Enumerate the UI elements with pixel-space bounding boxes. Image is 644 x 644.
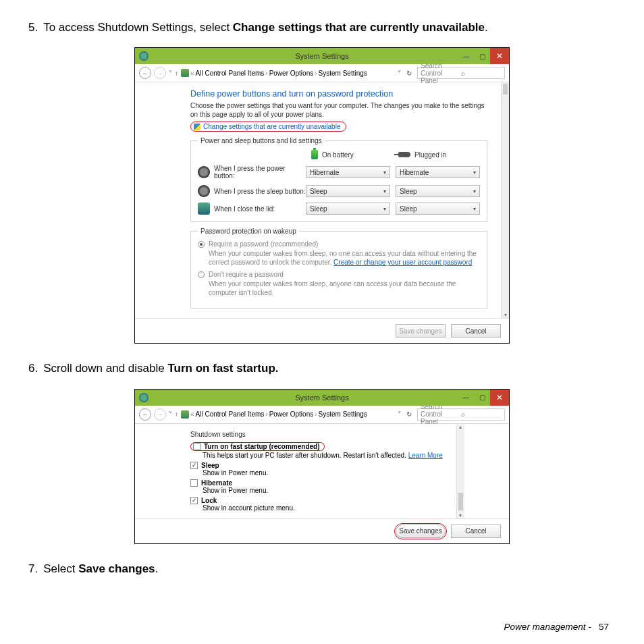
sleep-label: Sleep — [201, 462, 219, 469]
sleep-checkbox[interactable] — [190, 462, 198, 469]
col-plugged-in: Plugged in — [414, 151, 446, 159]
step-6-number: 6. — [28, 360, 38, 377]
sleep-description: Show in Power menu. — [190, 469, 443, 477]
lock-row[interactable]: Lock — [190, 497, 443, 504]
lock-description: Show in account picture menu. — [190, 504, 443, 512]
fast-startup-checkbox[interactable] — [193, 443, 200, 450]
back-button[interactable]: ← — [139, 67, 151, 79]
back-button[interactable]: ← — [139, 408, 151, 421]
sleep-plugged-select[interactable]: Sleep▾ — [396, 185, 480, 197]
minimize-button[interactable]: — — [458, 48, 474, 64]
search-input[interactable]: Search Control Panel ⌕ — [417, 67, 505, 79]
up-button[interactable]: ↑ — [175, 410, 178, 418]
breadcrumb[interactable]: « All Control Panel Items › Power Option… — [181, 69, 394, 77]
cancel-button[interactable]: Cancel — [451, 324, 501, 338]
radio-require-description: When your computer wakes from sleep, no … — [198, 249, 480, 267]
step-5-text-b: . — [485, 21, 488, 34]
search-placeholder: Search Control Panel — [421, 403, 461, 425]
power-buttons-legend: Power and sleep buttons and lid settings — [198, 137, 325, 144]
crumb-system-settings[interactable]: System Settings — [319, 410, 367, 418]
step-7-bold: Save changes — [78, 562, 155, 575]
step-6-bold: Turn on fast startup. — [167, 362, 278, 375]
step-5: 5. To access Shutdown Settings, select C… — [28, 19, 616, 36]
crumb-all-items[interactable]: All Control Panel Items — [196, 410, 265, 418]
scroll-up-icon[interactable]: ▴ — [457, 424, 464, 430]
fast-startup-description: This helps start your PC faster after sh… — [190, 452, 443, 459]
create-change-password-link[interactable]: Create or change your user account passw… — [333, 259, 472, 266]
power-plugged-select[interactable]: Hibernate▾ — [396, 166, 480, 178]
vertical-scrollbar[interactable]: ▴ ▾ — [456, 424, 464, 518]
refresh-button[interactable]: ↻ — [404, 70, 414, 77]
lock-label: Lock — [201, 497, 217, 504]
scroll-thumb[interactable] — [503, 84, 508, 95]
search-input[interactable]: Search Control Panel ⌕ — [417, 408, 505, 421]
window-title: System Settings — [135, 394, 509, 402]
address-caret-icon[interactable]: ˅ — [398, 410, 401, 418]
row-sleep-label: When I press the sleep button: — [214, 188, 306, 195]
forward-button[interactable]: → — [154, 408, 166, 421]
footer-page-number: 57 — [599, 622, 609, 632]
breadcrumb[interactable]: « All Control Panel Items › Power Option… — [181, 410, 394, 419]
sleep-row[interactable]: Sleep — [190, 462, 443, 469]
shutdown-settings-heading: Shutdown settings — [190, 431, 443, 438]
scroll-down-icon[interactable]: ▾ — [502, 312, 509, 318]
crumb-power-options[interactable]: Power Options — [269, 70, 314, 77]
hibernate-description: Show in Power menu. — [190, 487, 443, 494]
radio-require-label: Require a password (recommended) — [209, 240, 318, 248]
fast-startup-row[interactable]: Turn on fast startup (recommended) — [190, 442, 325, 451]
fast-startup-label: Turn on fast startup (recommended) — [204, 443, 320, 450]
col-on-battery: On battery — [322, 151, 354, 159]
close-button[interactable]: ✕ — [490, 48, 509, 64]
system-settings-window-2: System Settings — ▢ ✕ ← → ˅ ↑ « All Cont… — [134, 389, 510, 544]
crumb-all-items[interactable]: All Control Panel Items — [196, 70, 265, 77]
titlebar[interactable]: System Settings — ▢ ✕ — [135, 48, 509, 64]
power-battery-select[interactable]: Hibernate▾ — [306, 166, 390, 178]
caret-down-icon[interactable]: ˅ — [169, 70, 172, 77]
scroll-down-icon[interactable]: ▾ — [457, 512, 464, 518]
forward-button[interactable]: → — [154, 67, 166, 79]
lock-checkbox[interactable] — [190, 497, 198, 504]
sleep-battery-select[interactable]: Sleep▾ — [306, 185, 390, 197]
step-6-text: Scroll down and disable — [43, 362, 167, 375]
save-changes-button[interactable]: Save changes — [396, 525, 446, 538]
hibernate-label: Hibernate — [201, 479, 232, 487]
lid-plugged-select[interactable]: Sleep▾ — [396, 203, 480, 215]
change-settings-label: Change settings that are currently unava… — [203, 123, 340, 130]
caret-down-icon[interactable]: ˅ — [169, 410, 172, 418]
scroll-thumb[interactable] — [458, 493, 463, 510]
page-description: Choose the power settings that you want … — [190, 101, 487, 119]
search-placeholder: Search Control Panel — [421, 62, 461, 84]
control-panel-icon — [181, 410, 189, 419]
radio-require-password[interactable]: Require a password (recommended) — [198, 240, 480, 248]
save-changes-button[interactable]: Save changes — [396, 324, 446, 338]
vertical-scrollbar[interactable]: ▴ ▾ — [501, 82, 509, 318]
maximize-button[interactable]: ▢ — [474, 390, 490, 406]
lid-icon — [198, 203, 210, 215]
address-caret-icon[interactable]: ˅ — [398, 70, 401, 77]
search-icon: ⌕ — [461, 410, 502, 418]
lid-battery-select[interactable]: Sleep▾ — [306, 203, 390, 215]
titlebar[interactable]: System Settings — ▢ ✕ — [135, 390, 509, 406]
address-bar: ← → ˅ ↑ « All Control Panel Items › Powe… — [135, 406, 509, 424]
close-button[interactable]: ✕ — [490, 390, 509, 406]
crumb-power-options[interactable]: Power Options — [269, 410, 314, 418]
step-7: 7. Select Save changes. — [28, 560, 616, 578]
search-icon: ⌕ — [461, 70, 502, 77]
hibernate-checkbox[interactable] — [190, 479, 198, 487]
up-button[interactable]: ↑ — [175, 70, 178, 77]
refresh-button[interactable]: ↻ — [404, 410, 414, 418]
radio-dont-require[interactable]: Don't require a password — [198, 271, 480, 278]
cancel-button[interactable]: Cancel — [451, 525, 501, 538]
battery-icon — [311, 150, 318, 159]
step-5-bold: Change settings that are currently unava… — [233, 21, 485, 34]
radio-icon — [198, 241, 205, 248]
change-settings-link[interactable]: Change settings that are currently unava… — [190, 122, 346, 132]
password-legend: Password protection on wakeup — [198, 227, 299, 235]
maximize-button[interactable]: ▢ — [474, 48, 490, 64]
page-footer: Power management - 57 — [504, 622, 609, 632]
power-button-icon — [198, 166, 210, 178]
hibernate-row[interactable]: Hibernate — [190, 479, 443, 487]
minimize-button[interactable]: — — [458, 390, 474, 406]
crumb-system-settings[interactable]: System Settings — [319, 70, 367, 77]
learn-more-link[interactable]: Learn More — [408, 452, 443, 459]
